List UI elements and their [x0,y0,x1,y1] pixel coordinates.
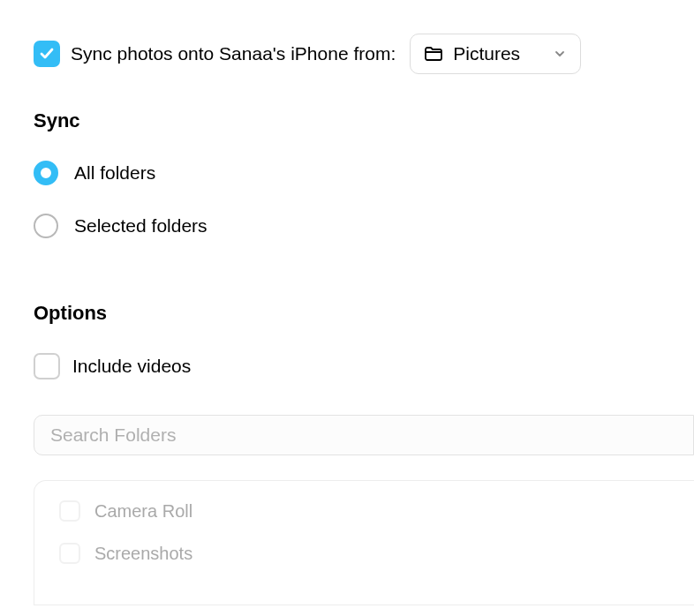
folder-checkbox [59,500,80,522]
sync-source-dropdown[interactable]: Pictures [410,34,581,74]
include-videos-label: Include videos [72,356,191,377]
sync-photos-label: Sync photos onto Sanaa's iPhone from: [71,43,396,64]
folder-checkbox [59,543,80,564]
dropdown-value: Pictures [453,43,520,64]
checkmark-icon [39,46,55,62]
chevron-down-icon [554,43,566,64]
folder-list: Camera Roll Screenshots [34,480,694,605]
search-input[interactable] [50,424,677,446]
radio-selected-folders[interactable] [34,214,58,238]
options-section-heading: Options [34,302,694,325]
search-folders-field[interactable] [34,415,694,455]
radio-selected-folders-label: Selected folders [74,215,207,237]
list-item: Screenshots [59,543,669,564]
list-item: Camera Roll [59,500,669,522]
radio-all-folders-label: All folders [74,162,155,184]
radio-all-folders[interactable] [34,161,58,185]
folder-label: Screenshots [94,544,192,564]
sync-section-heading: Sync [34,109,694,132]
folder-label: Camera Roll [94,501,192,522]
folder-icon [423,43,444,64]
sync-photos-checkbox[interactable] [34,41,60,67]
include-videos-checkbox[interactable] [34,353,60,379]
